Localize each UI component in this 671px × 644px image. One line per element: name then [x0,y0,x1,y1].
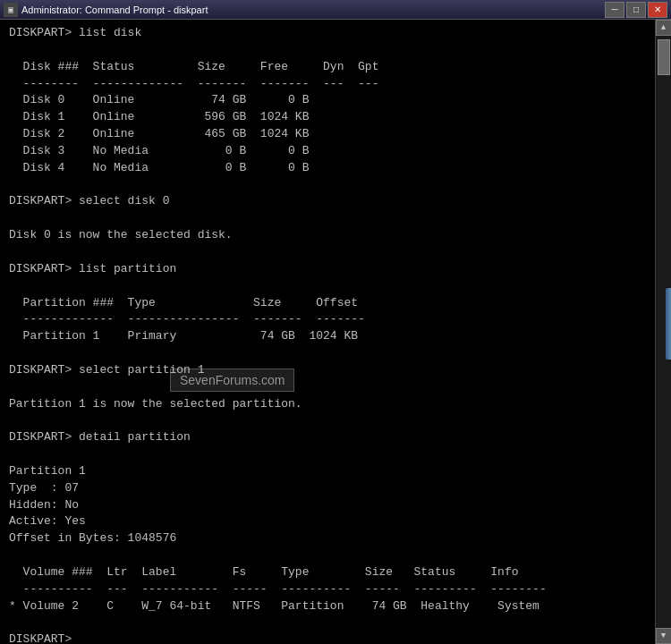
title-bar-left: ▣ Administrator: Command Prompt - diskpa… [4,3,208,17]
main-window: DISKPART> list disk Disk ### Status Size… [0,20,671,644]
scroll-thumb[interactable] [658,39,670,75]
terminal-output[interactable]: DISKPART> list disk Disk ### Status Size… [0,20,655,644]
close-button[interactable]: ✕ [648,2,667,18]
minimize-button[interactable]: ─ [605,2,624,18]
right-edge-decoration [666,288,671,360]
title-bar-text: Administrator: Command Prompt - diskpart [21,4,208,15]
app-icon: ▣ [4,3,18,17]
maximize-button[interactable]: □ [626,2,646,18]
title-bar-controls: ─ □ ✕ [605,2,667,18]
scroll-up-button[interactable]: ▲ [656,20,672,36]
title-bar: ▣ Administrator: Command Prompt - diskpa… [0,0,671,20]
scroll-down-button[interactable]: ▼ [656,628,672,644]
